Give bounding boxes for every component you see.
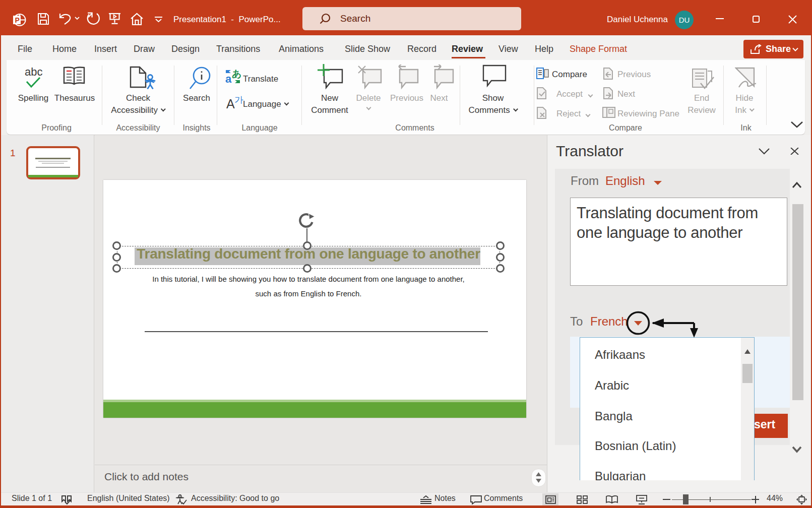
svg-text:P: P <box>15 16 20 24</box>
